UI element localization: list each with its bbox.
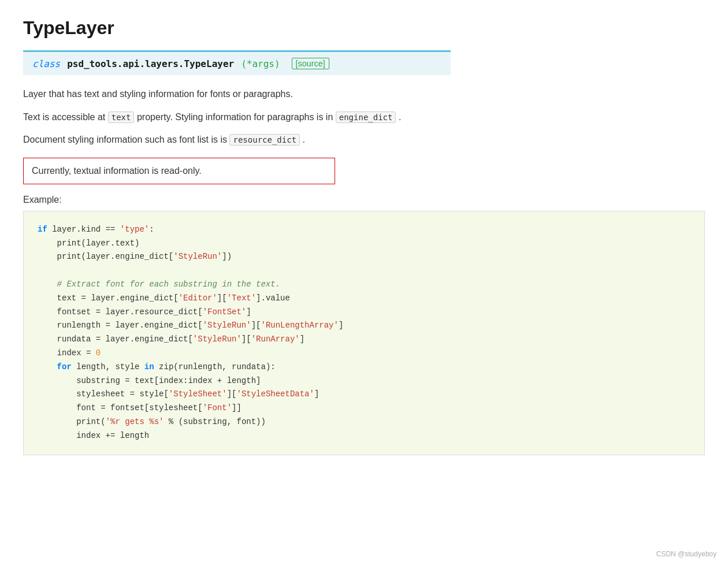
text-code: text [108,111,135,123]
source-link[interactable]: [source] [292,58,329,69]
code-line-3: print(layer.engine_dict['StyleRun']) [38,250,690,264]
code-line-12: font = fontset[stylesheet['Font']] [38,402,690,415]
warning-box: Currently, textual information is read-o… [23,158,335,184]
code-line-14: index += length [38,429,690,443]
code-line-9: for length, style in zip(runlength, rund… [38,360,690,374]
page-title: TypeLayer [23,17,705,39]
code-block: if layer.kind == 'type': print(layer.tex… [23,211,705,455]
class-keyword: class [32,58,60,69]
code-line-6: runlength = layer.engine_dict['StyleRun'… [38,319,690,333]
code-line-13: print('%r gets %s' % (substring, font)) [38,415,690,429]
code-line-8: index = 0 [38,347,690,360]
code-line-5: fontset = layer.resource_dict['FontSet'] [38,306,690,319]
resource-dict-code: resource_dict [229,134,300,146]
description-1: Layer that has text and styling informat… [23,87,705,102]
class-name: psd_tools.api.layers.TypeLayer [67,58,234,69]
engine-dict-code: engine_dict [336,111,396,123]
code-line-2: print(layer.text) [38,237,690,251]
description-3: Document styling information such as fon… [23,132,705,147]
code-line-1: if layer.kind == 'type': [38,223,690,237]
description-2: Text is accessible at text property. Sty… [23,110,705,125]
class-header: class psd_tools.api.layers.TypeLayer(*ar… [23,50,451,75]
warning-text: Currently, textual information is read-o… [32,166,202,176]
code-line-10: substring = text[index:index + length] [38,374,690,388]
example-label: Example: [23,195,705,205]
code-line-4: text = layer.engine_dict['Editor']['Text… [38,292,690,306]
code-line-7: rundata = layer.engine_dict['StyleRun'][… [38,333,690,347]
code-line-comment: # Extract font for each substring in the… [38,278,690,292]
class-args: (*args) [241,58,280,69]
code-line-blank1 [38,264,690,278]
code-line-11: stylesheet = style['StyleSheet']['StyleS… [38,388,690,402]
